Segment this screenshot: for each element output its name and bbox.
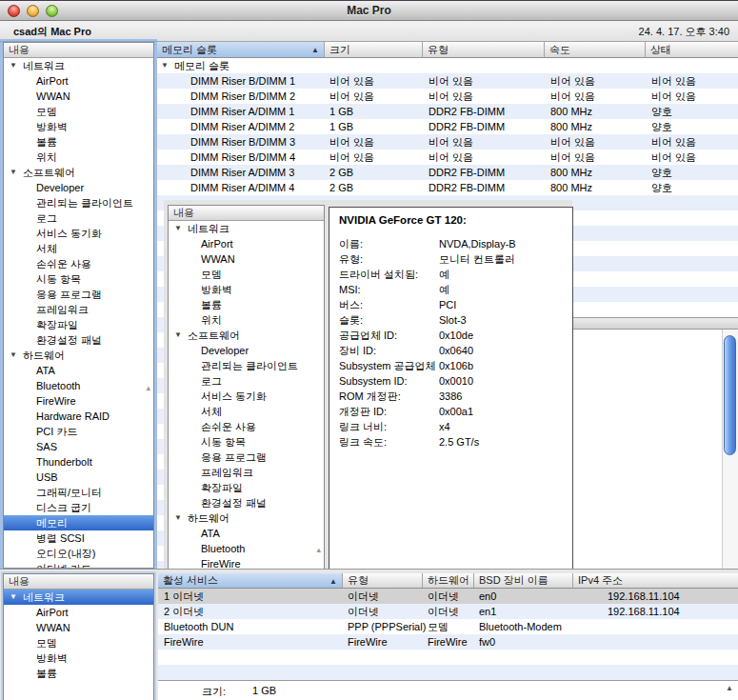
- disclosure-triangle-icon[interactable]: ▼: [10, 58, 17, 73]
- sidebar-item-응용 프로그램[interactable]: 응용 프로그램: [4, 287, 153, 302]
- sidebar-item-PCI 카드[interactable]: PCI 카드: [4, 424, 153, 439]
- sidebar-item-AirPort[interactable]: AirPort: [4, 605, 153, 620]
- disclosure-triangle-icon[interactable]: ▼: [174, 328, 182, 343]
- memory-slot-row[interactable]: DIMM Riser B/DIMM 1비어 있음비어 있음비어 있음비어 있음: [157, 73, 738, 89]
- sidebar-item-Developer[interactable]: Developer: [169, 343, 324, 358]
- sidebar-item-네트워크[interactable]: ▼네트워크: [4, 590, 153, 605]
- sidebar-item-Bluetooth[interactable]: Bluetooth: [4, 378, 153, 393]
- service-row[interactable]: 1 이더넷이더넷이더넷en0192.168.11.104: [158, 589, 738, 604]
- sidebar-item-Bluetooth[interactable]: Bluetooth: [169, 541, 324, 556]
- service-row[interactable]: FireWireFireWireFireWirefw0: [158, 634, 738, 650]
- disclosure-triangle-icon[interactable]: ▼: [161, 58, 169, 73]
- sidebar-item-로그[interactable]: 로그: [169, 373, 324, 389]
- disclosure-triangle-icon[interactable]: ▼: [10, 590, 17, 605]
- sidebar-item-시동 항목[interactable]: 시동 항목: [169, 434, 324, 450]
- memory-slot-row[interactable]: DIMM Riser B/DIMM 2비어 있음비어 있음비어 있음비어 있음: [157, 89, 738, 104]
- scroll-up-arrow-icon[interactable]: ▴: [146, 384, 150, 392]
- sidebar-item-이더넷 카드[interactable]: 이더넷 카드: [4, 561, 153, 569]
- sidebar-item-Thunderbolt[interactable]: Thunderbolt: [4, 454, 153, 470]
- sidebar-item-WWAN[interactable]: WWAN: [4, 89, 153, 104]
- sidebar-item-메모리[interactable]: 메모리: [4, 515, 153, 530]
- memory-slot-row[interactable]: DIMM Riser A/DIMM 42 GBDDR2 FB-DIMM800 M…: [157, 180, 738, 195]
- memory-slot-row[interactable]: DIMM Riser B/DIMM 4비어 있음비어 있음비어 있음비어 있음: [157, 150, 738, 165]
- sidebar-item-네트워크[interactable]: ▼네트워크: [4, 58, 153, 73]
- column-header-크기[interactable]: 크기: [325, 42, 423, 58]
- column-header-활성 서비스[interactable]: 활성 서비스▲: [158, 573, 343, 589]
- sidebar-item-볼륨[interactable]: 볼륨: [169, 297, 324, 312]
- vertical-scrollbar[interactable]: [722, 330, 738, 570]
- sidebar-item-디스크 굽기[interactable]: 디스크 굽기: [4, 500, 153, 515]
- disclosure-triangle-icon[interactable]: ▼: [174, 510, 182, 526]
- sidebar-item-Developer[interactable]: Developer: [4, 180, 153, 195]
- sidebar-item-관리되는 클라이언트[interactable]: 관리되는 클라이언트: [169, 358, 324, 373]
- sidebar-item-그래픽/모니터[interactable]: 그래픽/모니터: [4, 485, 153, 500]
- sidebar-item-손쉬운 사용[interactable]: 손쉬운 사용: [4, 256, 153, 271]
- sidebar-item-방화벽[interactable]: 방화벽: [4, 119, 153, 134]
- sidebar-item-서비스 동기화[interactable]: 서비스 동기화: [169, 389, 324, 404]
- column-header-label: IPv4 주소: [578, 574, 623, 586]
- sidebar-item-FireWire[interactable]: FireWire: [4, 393, 153, 409]
- column-header-IPv4 주소[interactable]: IPv4 주소: [573, 573, 738, 589]
- disclosure-triangle-icon[interactable]: ▼: [10, 165, 17, 180]
- sidebar-item-ATA[interactable]: ATA: [169, 526, 324, 541]
- sidebar-item-병렬 SCSI[interactable]: 병렬 SCSI: [4, 530, 153, 546]
- scrollbar-thumb[interactable]: [724, 335, 736, 455]
- scroll-up-arrow-icon[interactable]: ▴: [316, 546, 321, 554]
- column-header-속도[interactable]: 속도: [545, 42, 646, 58]
- sidebar-item-방화벽[interactable]: 방화벽: [169, 282, 324, 297]
- column-header-하드웨어[interactable]: 하드웨어: [423, 573, 474, 589]
- sidebar-item-SAS[interactable]: SAS: [4, 439, 153, 454]
- sidebar-item-오디오(내장)[interactable]: 오디오(내장): [4, 546, 153, 561]
- column-header-유형[interactable]: 유형: [343, 573, 423, 589]
- column-header-유형[interactable]: 유형: [423, 42, 545, 58]
- disclosure-triangle-icon[interactable]: ▼: [10, 348, 17, 363]
- sidebar-item-시동 항목[interactable]: 시동 항목: [4, 271, 153, 287]
- sidebar-item-WWAN[interactable]: WWAN: [169, 251, 324, 267]
- sidebar-item-볼륨[interactable]: 볼륨: [4, 666, 153, 681]
- sidebar-item-방화벽[interactable]: 방화벽: [4, 650, 153, 666]
- disclosure-triangle-icon[interactable]: ▼: [174, 221, 182, 236]
- sidebar-item-USB[interactable]: USB: [4, 470, 153, 485]
- sidebar-item-환경설정 패널[interactable]: 환경설정 패널: [4, 332, 153, 348]
- column-header-상태[interactable]: 상태: [646, 42, 738, 58]
- sidebar-item-프레임워크[interactable]: 프레임워크: [169, 465, 324, 480]
- sidebar-item-서비스 동기화[interactable]: 서비스 동기화: [4, 226, 153, 241]
- sidebar-item-손쉬운 사용[interactable]: 손쉬운 사용: [169, 419, 324, 434]
- sidebar-item-응용 프로그램[interactable]: 응용 프로그램: [169, 450, 324, 465]
- column-header-메모리 슬롯[interactable]: 메모리 슬롯▲: [157, 42, 325, 58]
- sidebar-item-확장파일[interactable]: 확장파일: [4, 317, 153, 332]
- sidebar-item-Hardware RAID[interactable]: Hardware RAID: [4, 409, 153, 424]
- sidebar-item-볼륨[interactable]: 볼륨: [4, 134, 153, 150]
- sidebar-item-ATA[interactable]: ATA: [4, 363, 153, 378]
- service-row[interactable]: 2 이더넷이더넷이더넷en1192.168.11.104: [158, 604, 738, 619]
- sidebar-item-서체[interactable]: 서체: [169, 404, 324, 419]
- sidebar-item-서체[interactable]: 서체: [4, 241, 153, 256]
- sidebar-item-하드웨어[interactable]: ▼하드웨어: [4, 348, 153, 363]
- column-header-BSD 장비 이름[interactable]: BSD 장비 이름: [474, 573, 573, 589]
- sidebar-item-프레임워크[interactable]: 프레임워크: [4, 302, 153, 317]
- memory-slot-row[interactable]: DIMM Riser A/DIMM 32 GBDDR2 FB-DIMM800 M…: [157, 165, 738, 180]
- sidebar-item-관리되는 클라이언트[interactable]: 관리되는 클라이언트: [4, 195, 153, 210]
- sidebar-item-WWAN[interactable]: WWAN: [4, 620, 153, 635]
- memory-group-row[interactable]: ▼메모리 슬롯: [157, 58, 738, 73]
- sidebar-item-위치[interactable]: 위치: [4, 150, 153, 165]
- service-row[interactable]: Bluetooth DUNPPP (PPPSerial)모뎀Bluetooth-…: [158, 619, 738, 634]
- sidebar-item-AirPort[interactable]: AirPort: [169, 236, 324, 251]
- sidebar-item-AirPort[interactable]: AirPort: [4, 73, 153, 89]
- scroll-up-arrow-icon[interactable]: ▲: [726, 684, 733, 692]
- sidebar-item-네트워크[interactable]: ▼네트워크: [169, 221, 324, 236]
- sidebar-item-환경설정 패널[interactable]: 환경설정 패널: [169, 495, 324, 510]
- sidebar-item-모뎀[interactable]: 모뎀: [169, 267, 324, 282]
- sidebar-item-소프트웨어[interactable]: ▼소프트웨어: [4, 165, 153, 180]
- sidebar-item-로그[interactable]: 로그: [4, 210, 153, 226]
- sidebar-item-FireWire[interactable]: FireWire: [169, 556, 324, 570]
- memory-slot-row[interactable]: DIMM Riser B/DIMM 3비어 있음비어 있음비어 있음비어 있음: [157, 134, 738, 150]
- sidebar-item-모뎀[interactable]: 모뎀: [4, 104, 153, 119]
- sidebar-item-확장파일[interactable]: 확장파일: [169, 480, 324, 495]
- memory-slot-row[interactable]: DIMM Riser A/DIMM 11 GBDDR2 FB-DIMM800 M…: [157, 104, 738, 119]
- sidebar-item-하드웨어[interactable]: ▼하드웨어: [169, 510, 324, 526]
- sidebar-item-모뎀[interactable]: 모뎀: [4, 635, 153, 650]
- sidebar-item-위치[interactable]: 위치: [169, 312, 324, 328]
- memory-slot-row[interactable]: DIMM Riser A/DIMM 21 GBDDR2 FB-DIMM800 M…: [157, 119, 738, 134]
- sidebar-item-소프트웨어[interactable]: ▼소프트웨어: [169, 328, 324, 343]
